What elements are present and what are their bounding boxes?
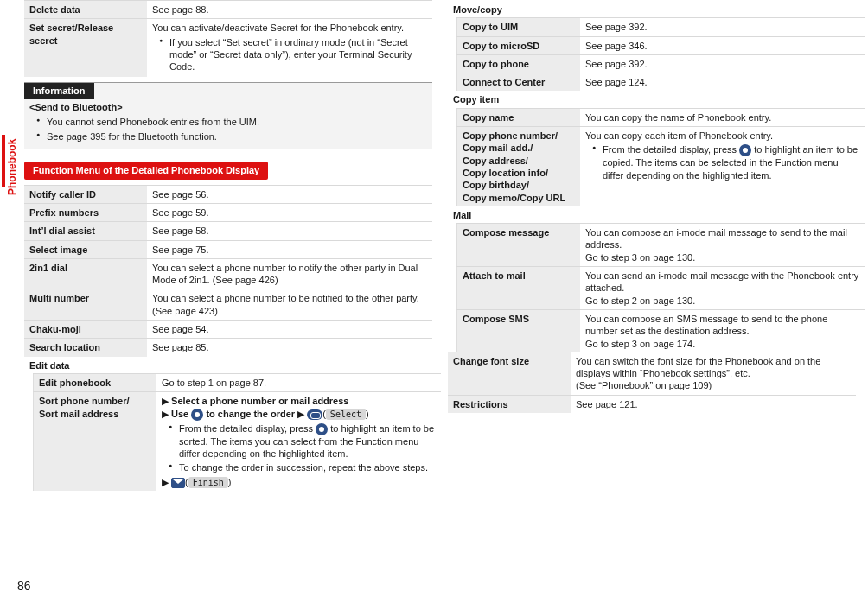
row-desc: You can activate/deactivate Secret for t…	[147, 19, 432, 78]
row-name: Copy to phone	[457, 54, 581, 73]
move-copy-head: Move/copy	[448, 0, 856, 17]
row-desc: See page 346.	[580, 36, 865, 54]
row-desc: See page 58.	[147, 222, 432, 240]
sort-step2b: to change the order	[206, 409, 295, 419]
row-name: Compose SMS	[457, 309, 581, 352]
row-desc: See page 124.	[580, 73, 865, 92]
edit-data-header: Edit data	[24, 356, 432, 373]
sort-bullet: From the detailed display, press to high…	[172, 422, 436, 460]
finish-button-label: Finish	[188, 477, 228, 488]
row-name: Edit phonebook	[34, 373, 157, 391]
sort-bullets: From the detailed display, press to high…	[162, 422, 436, 474]
row-name: Change font size	[448, 352, 571, 395]
copy-item-head: Copy item	[448, 90, 856, 107]
row-name: Search location	[24, 339, 147, 357]
row-name: Notify caller ID	[24, 185, 147, 203]
select-button-label: Select	[326, 409, 366, 420]
sort-row-desc: ▶ Select a phone number or mail address …	[156, 392, 441, 491]
step-arrow-icon: ▶	[162, 477, 169, 487]
multi-selector-icon	[739, 144, 751, 156]
row-desc: See page 392.	[580, 54, 865, 73]
row-name: Restrictions	[448, 395, 571, 413]
bottom-table: Change font sizeYou can switch the font …	[448, 352, 856, 413]
row-name: Set secret/Release secret	[24, 19, 147, 78]
sort-bullet: To change the order in succession, repea…	[172, 461, 436, 473]
edit-data-table: Edit phonebookGo to step 1 on page 87. S…	[33, 373, 441, 491]
row-desc: See page 56.	[147, 185, 432, 203]
row-desc: See page 121.	[571, 395, 856, 413]
row-desc: You can compose an i-mode mail message t…	[580, 224, 865, 267]
row-name: Delete data	[24, 1, 147, 19]
row-name: Multi number	[24, 289, 147, 321]
top-table: Delete dataSee page 88.Set secret/Releas…	[24, 0, 432, 77]
softkey-icon	[307, 409, 322, 420]
step-arrow-icon: ▶	[162, 396, 169, 406]
left-column: Delete dataSee page 88.Set secret/Releas…	[24, 0, 432, 574]
row-name: Copy to UIM	[457, 18, 581, 36]
edit-data-head: Edit data	[24, 356, 432, 373]
multi-selector-icon	[316, 423, 328, 435]
multi-selector-icon	[191, 409, 203, 421]
row-desc: See page 85.	[147, 339, 432, 357]
info-bullet: See page 395 for the Bluetooth function.	[40, 130, 427, 143]
side-tab: Phonebook	[2, 126, 17, 195]
copy-item-table: Copy nameYou can copy the name of Phoneb…	[456, 108, 865, 206]
move-copy-header: Move/copy	[448, 0, 856, 17]
right-column: Move/copy Copy to UIMSee page 392.Copy t…	[448, 0, 856, 574]
row-desc: See page 392.	[580, 18, 865, 36]
mail-key-icon	[171, 478, 185, 488]
row-desc: See page 59.	[147, 204, 432, 222]
row-desc: You can compose an SMS message to send t…	[580, 309, 865, 352]
row-name: Copy name	[457, 108, 581, 126]
sort-row-name: Sort phone number/Sort mail address	[34, 392, 157, 491]
row-desc: See page 88.	[147, 1, 432, 19]
step-arrow-icon: ▶	[162, 409, 169, 419]
copy-item-header: Copy item	[448, 90, 856, 107]
page-number: 86	[17, 578, 31, 594]
info-bullet: You cannot send Phonebook entries from t…	[40, 116, 427, 129]
copy-multi-bullet: From the detailed display, press to high…	[596, 143, 859, 181]
row-name: 2in1 dial	[24, 258, 147, 289]
row-name: Select image	[24, 240, 147, 258]
bullet: If you select “Set secret” in ordinary m…	[163, 36, 427, 73]
row-name: Compose message	[457, 224, 581, 267]
sort-step2a: Use	[171, 409, 188, 419]
row-desc: See page 54.	[147, 321, 432, 339]
row-name: Int’l dial assist	[24, 222, 147, 240]
copy-multi-bullets: From the detailed display, press to high…	[585, 143, 859, 181]
row-desc: You can copy the name of Phonebook entry…	[580, 108, 865, 126]
info-bullets: You cannot send Phonebook entries from t…	[29, 116, 427, 143]
sort-step1: Select a phone number or mail address	[171, 396, 348, 406]
section-header: Function Menu of the Detailed Phonebook …	[24, 162, 268, 180]
row-name: Connect to Center	[457, 73, 581, 92]
row-desc: Go to step 1 on page 87.	[156, 373, 441, 391]
info-title: Information	[24, 83, 94, 99]
info-subhead: <Send to Bluetooth>	[29, 102, 123, 112]
row-name: Chaku-moji	[24, 321, 147, 339]
copy-multi-name: Copy phone number/Copy mail add./Copy ad…	[457, 127, 581, 206]
row-desc: See page 75.	[147, 240, 432, 258]
step-arrow-icon: ▶	[297, 409, 304, 419]
move-copy-table: Copy to UIMSee page 392.Copy to microSDS…	[456, 17, 865, 91]
side-tab-label: Phonebook	[5, 139, 19, 195]
mail-table: Compose messageYou can compose an i-mode…	[456, 223, 865, 352]
mail-head: Mail	[448, 206, 856, 223]
copy-multi-desc: You can copy each item of Phonebook entr…	[580, 127, 865, 206]
row-name: Prefix numbers	[24, 204, 147, 222]
row-desc: You can send an i-mode mail message with…	[580, 267, 865, 310]
row-name: Attach to mail	[457, 267, 581, 310]
row-desc: You can switch the font size for the Pho…	[571, 352, 856, 395]
mail-header: Mail	[448, 206, 856, 223]
row-name: Copy to microSD	[457, 36, 581, 54]
row-desc: You can select a phone number to be noti…	[147, 289, 432, 321]
row-desc: You can select a phone number to notify …	[147, 258, 432, 289]
information-box: Information <Send to Bluetooth> You cann…	[24, 82, 432, 149]
function-table: Notify caller IDSee page 56.Prefix numbe…	[24, 185, 432, 357]
